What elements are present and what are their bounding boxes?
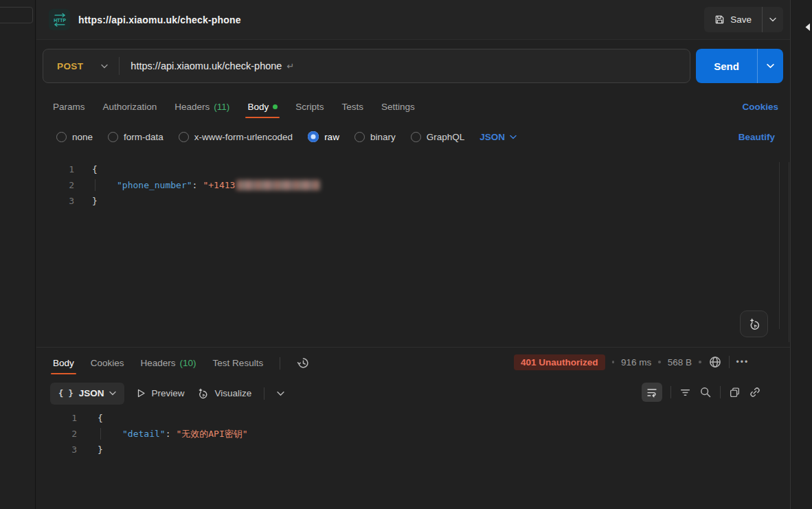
tab-scripts[interactable]: Scripts — [295, 95, 324, 118]
status-badge[interactable]: 401 Unauthorized — [514, 354, 605, 370]
response-divider — [36, 347, 790, 348]
line-number: 3 — [36, 444, 77, 455]
send-dropdown-button[interactable] — [757, 49, 783, 83]
method-chevron-down-icon — [101, 64, 108, 69]
send-button[interactable]: Send — [696, 49, 783, 83]
body-has-content-dot — [273, 104, 278, 109]
response-toolbar: { } JSON Preview Visualize — [50, 382, 284, 405]
response-body-editor[interactable]: 1 { 2 "detail": "无效的API密钥" 3 } — [36, 410, 778, 457]
tools-divider — [670, 386, 671, 398]
radio-icon — [179, 132, 189, 142]
right-sidebar-rail — [790, 0, 812, 509]
response-tab-cookies[interactable]: Cookies — [91, 352, 124, 374]
response-headers-count-badge: (10) — [180, 358, 196, 368]
response-tab-body[interactable]: Body — [53, 352, 74, 374]
tabs-divider — [280, 357, 280, 370]
indent-guide — [95, 179, 95, 191]
tab-params[interactable]: Params — [53, 95, 85, 118]
save-dropdown-button[interactable] — [762, 7, 783, 32]
response-history-button[interactable] — [297, 357, 310, 370]
body-mode-form-data[interactable]: form-data — [108, 132, 163, 142]
body-mode-none[interactable]: none — [56, 132, 93, 142]
radio-icon — [56, 132, 67, 142]
sidebar-collapsed-item[interactable] — [0, 7, 33, 23]
panel-collapse-arrow-icon[interactable] — [804, 23, 811, 32]
meta-divider — [729, 356, 730, 368]
postbot-sparkle-icon — [747, 317, 761, 331]
response-size[interactable]: 568 B — [668, 357, 692, 367]
more-options-button[interactable]: ••• — [736, 357, 749, 367]
filter-button[interactable] — [679, 387, 691, 398]
history-icon — [297, 357, 310, 370]
copy-icon — [729, 387, 741, 398]
beautify-link[interactable]: Beautify — [738, 126, 775, 147]
request-header-bar: HTTP https://api.xiaomu.uk/check-phone S… — [36, 0, 790, 40]
svg-text:HTTP: HTTP — [54, 17, 66, 22]
tab-body[interactable]: Body — [247, 95, 278, 118]
radio-icon — [411, 132, 421, 142]
separator-dot — [699, 361, 701, 363]
tab-authorization[interactable]: Authorization — [103, 95, 157, 118]
json-value: "无效的API密钥" — [176, 428, 247, 440]
search-button[interactable] — [699, 386, 712, 398]
code-line: 2 "detail": "无效的API密钥" — [36, 426, 778, 442]
postbot-button[interactable] — [740, 310, 768, 337]
body-mode-graphql[interactable]: GraphQL — [411, 132, 465, 142]
toolbar-chevron-down-icon[interactable] — [277, 391, 284, 396]
brackets-icon: { } — [58, 389, 74, 398]
save-button[interactable]: Save — [704, 7, 783, 32]
url-input[interactable]: https://api.xiaomu.uk/check-phone — [131, 60, 282, 71]
response-format-dropdown[interactable]: { } JSON — [50, 383, 124, 405]
tab-tests[interactable]: Tests — [341, 95, 363, 118]
preview-play-icon — [137, 389, 146, 398]
preview-button[interactable]: Preview — [137, 388, 184, 398]
editor-border — [789, 162, 789, 342]
response-meta: 401 Unauthorized 916 ms 568 B ••• — [514, 352, 749, 372]
response-tabs: Body Cookies Headers(10) Test Results — [43, 352, 310, 374]
code-line: 3 } — [36, 442, 778, 457]
separator-dot — [658, 361, 661, 363]
body-mode-binary[interactable]: binary — [354, 132, 396, 142]
code-line: 2 "phone_number": "+1413 — [36, 177, 778, 193]
radio-selected-icon — [308, 131, 319, 142]
json-key: "detail" — [122, 429, 166, 439]
response-tab-headers[interactable]: Headers(10) — [141, 352, 196, 374]
method-label: POST — [43, 61, 101, 71]
cookies-link[interactable]: Cookies — [742, 95, 778, 118]
wrap-text-icon — [646, 387, 657, 398]
radio-icon — [354, 132, 365, 142]
request-body-editor[interactable]: 1 { 2 "phone_number": "+1413 3 } — [36, 157, 778, 209]
visualize-button[interactable]: Visualize — [196, 387, 251, 400]
json-value: "+1413 — [203, 180, 235, 190]
url-bar: POST https://api.xiaomu.uk/check-phone ↵ — [43, 49, 690, 83]
tab-headers[interactable]: Headers(11) — [174, 95, 229, 118]
headers-count-badge: (11) — [214, 102, 229, 112]
network-info-button[interactable] — [708, 355, 722, 369]
body-mode-x-www-form-urlencoded[interactable]: x-www-form-urlencoded — [179, 132, 293, 142]
link-button[interactable] — [749, 386, 761, 398]
tab-settings[interactable]: Settings — [381, 95, 415, 118]
response-tab-test-results[interactable]: Test Results — [213, 352, 264, 374]
search-icon — [699, 386, 712, 398]
response-format-label: JSON — [79, 388, 104, 398]
method-selector[interactable]: POST — [43, 61, 119, 71]
line-number: 2 — [36, 429, 77, 439]
copy-button[interactable] — [729, 387, 741, 398]
toolbar-divider — [264, 387, 264, 400]
visualize-sparkle-icon — [196, 387, 209, 400]
format-chevron-down-icon — [109, 391, 116, 396]
send-button-label: Send — [696, 49, 757, 83]
body-mode-raw[interactable]: raw — [308, 131, 339, 142]
language-dropdown[interactable]: JSON — [480, 132, 517, 142]
filter-icon — [679, 387, 691, 398]
response-time[interactable]: 916 ms — [621, 357, 651, 367]
wrap-text-button[interactable] — [642, 383, 662, 402]
code-line: 3 } — [36, 193, 778, 209]
editor-scrollbar[interactable] — [779, 162, 780, 329]
separator-dot — [612, 361, 615, 363]
body-mode-row: none form-data x-www-form-urlencoded raw… — [43, 126, 790, 147]
code-line: 1 { — [36, 410, 778, 426]
enter-key-hint: ↵ — [286, 61, 294, 71]
left-sidebar-rail — [0, 0, 36, 509]
save-button-label: Save — [730, 14, 752, 25]
